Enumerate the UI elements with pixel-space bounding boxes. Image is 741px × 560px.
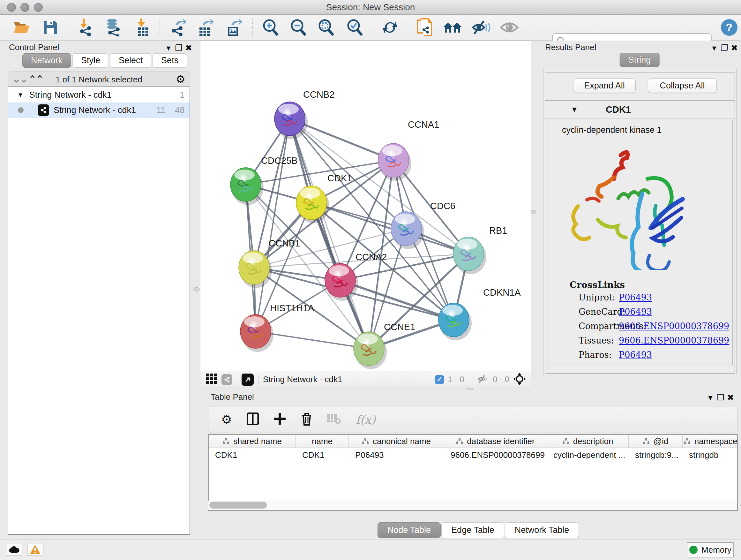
edge-CCNB2-HIST1H1A[interactable]	[256, 119, 290, 331]
fit-selected-crosshair-icon[interactable]	[513, 373, 526, 387]
delete-column-icon[interactable]	[301, 412, 313, 427]
node-CDC25B[interactable]	[230, 168, 264, 205]
control-panel-tabs: NetworkStyleSelectSets	[22, 53, 188, 68]
table-options-gear-icon[interactable]: ⚙	[221, 413, 232, 427]
node-RB1[interactable]	[453, 237, 486, 274]
node-CDKN1A[interactable]	[439, 303, 472, 340]
show-columns-icon[interactable]	[247, 413, 259, 427]
table-row[interactable]: CDK1CDK1P064939606.ENSP00000378699cyclin…	[209, 448, 737, 462]
node-CCNB1[interactable]	[239, 251, 272, 288]
crosslink-link[interactable]: 9606.ENSP00000378699	[619, 321, 729, 331]
panel-float-icon[interactable]: ❐	[175, 43, 182, 53]
memory-button[interactable]: Memory	[687, 542, 734, 557]
panel-float-icon[interactable]: ❐	[717, 393, 724, 402]
panel-menu-icon[interactable]: ▾	[709, 393, 713, 402]
collapse-all-button[interactable]: Collapse All	[648, 78, 717, 93]
tab-sets[interactable]: Sets	[152, 53, 187, 68]
table-cell[interactable]: stringdb	[683, 448, 738, 462]
table-cell[interactable]: stringdb:9...	[629, 448, 683, 462]
birdseye-grid-icon[interactable]	[206, 374, 217, 386]
column-header-description[interactable]: description	[547, 435, 629, 448]
selected-checkbox-icon[interactable]: ✓	[435, 375, 444, 384]
table-cell[interactable]: CDK1	[209, 448, 296, 462]
collection-count: 1	[180, 90, 185, 100]
tab-node-table[interactable]: Node Table	[378, 522, 441, 538]
tab-style[interactable]: Style	[72, 53, 109, 68]
node-CDK1[interactable]	[296, 186, 329, 223]
collapse-triangle-icon[interactable]: ▼	[570, 105, 578, 114]
warnings-button[interactable]	[27, 543, 44, 556]
table-cell[interactable]: P06493	[349, 448, 444, 462]
edge-CCNB2-CCNE1[interactable]	[290, 119, 369, 349]
collapse-triangle-icon[interactable]: ▼	[17, 91, 23, 99]
crosslink-link[interactable]: P06493	[619, 293, 652, 302]
import-table-icon[interactable]	[133, 18, 152, 37]
node-table[interactable]: shared namenamecanonical namedatabase id…	[208, 434, 738, 511]
open-external-icon[interactable]	[242, 374, 254, 386]
scrollbar-thumb[interactable]	[209, 502, 267, 509]
tab-network-table[interactable]: Network Table	[505, 522, 579, 538]
network-view-canvas[interactable]: CCNB2CCNA1CDC25BCDK1CDC6RB1CCNB1CCNA2CDK…	[200, 41, 531, 371]
node-CCNA1[interactable]	[378, 143, 411, 181]
network-collection-row[interactable]: ▼ String Network - cdk1 1	[8, 87, 190, 103]
import-network-database-icon[interactable]	[104, 18, 123, 37]
zoom-out-icon[interactable]	[289, 18, 308, 37]
show-all-icon[interactable]	[500, 18, 519, 37]
save-session-icon[interactable]	[41, 18, 60, 37]
share-document-icon[interactable]	[415, 18, 434, 37]
zoom-selected-icon[interactable]	[345, 18, 364, 37]
crosslink-link[interactable]: P06493	[619, 307, 652, 317]
node-HIST1H1A[interactable]	[240, 314, 273, 352]
table-cell[interactable]: CDK1	[296, 448, 349, 462]
application-window: Session: New Session	[0, 0, 741, 560]
column-header-namespace[interactable]: namespace	[683, 435, 738, 448]
zoom-in-icon[interactable]	[261, 18, 280, 37]
node-CCNA2[interactable]	[325, 263, 358, 301]
table-cell[interactable]: cyclin-dependent ...	[547, 448, 629, 462]
protein-section-header[interactable]: ▼ CDK1	[545, 101, 735, 118]
tab-string[interactable]: String	[620, 53, 660, 67]
refresh-icon[interactable]	[381, 18, 400, 37]
network-options-gear-icon[interactable]: ⚙	[176, 73, 185, 85]
left-splitter-handle[interactable]	[193, 287, 200, 292]
node-label-CCNB2: CCNB2	[303, 89, 334, 100]
hide-selected-icon[interactable]	[472, 18, 491, 37]
column-header-database-identifier[interactable]: database identifier	[444, 435, 547, 448]
edge-CCNB2-RB1[interactable]	[290, 119, 468, 254]
open-session-icon[interactable]	[12, 18, 31, 37]
crosslink-label: Uniprot:	[579, 293, 615, 302]
column-header-shared-name[interactable]: shared name	[209, 435, 296, 448]
string-home-icon[interactable]	[443, 18, 462, 37]
panel-menu-icon[interactable]: ▾	[166, 43, 171, 53]
panel-close-icon[interactable]: ✖	[727, 393, 734, 402]
panel-close-icon[interactable]: ✖	[185, 43, 192, 53]
hidden-eye-icon[interactable]	[477, 374, 489, 385]
create-column-icon[interactable]	[273, 413, 286, 427]
import-network-icon[interactable]	[77, 18, 96, 37]
table-horizontal-scrollbar[interactable]	[208, 501, 737, 509]
cloud-tasks-button[interactable]	[6, 543, 22, 556]
expand-all-button[interactable]: Expand All	[573, 78, 636, 93]
column-header-@id[interactable]: @id	[629, 435, 683, 448]
column-header-name[interactable]: name	[296, 435, 349, 448]
panel-close-icon[interactable]: ✖	[731, 43, 738, 53]
network-row[interactable]: String Network - cdk1 11 48	[8, 103, 190, 118]
export-network-icon[interactable]	[169, 18, 188, 37]
node-label-CCNA2: CCNA2	[355, 252, 387, 262]
zoom-fit-icon[interactable]	[317, 18, 336, 37]
crosslink-link[interactable]: 9606.ENSP00000378699	[619, 335, 729, 346]
tab-select[interactable]: Select	[110, 53, 151, 68]
tab-network[interactable]: Network	[22, 53, 71, 68]
protein-section: ▼ CDK1 cyclin-dependent kinase 1 CrossLi…	[545, 100, 735, 374]
tab-edge-table[interactable]: Edge Table	[441, 522, 504, 538]
export-image-icon[interactable]	[224, 18, 244, 37]
column-header-canonical-name[interactable]: canonical name	[349, 435, 444, 448]
node-CDC6[interactable]	[391, 212, 424, 249]
crosslink-link[interactable]: P06493	[619, 350, 652, 360]
panel-menu-icon[interactable]: ▾	[712, 43, 717, 53]
table-cell[interactable]: 9606.ENSP00000378699	[444, 448, 547, 462]
help-icon[interactable]: ?	[720, 18, 739, 37]
node-count: 11	[156, 105, 165, 115]
export-table-icon[interactable]	[196, 18, 215, 37]
panel-float-icon[interactable]: ❐	[721, 43, 728, 53]
